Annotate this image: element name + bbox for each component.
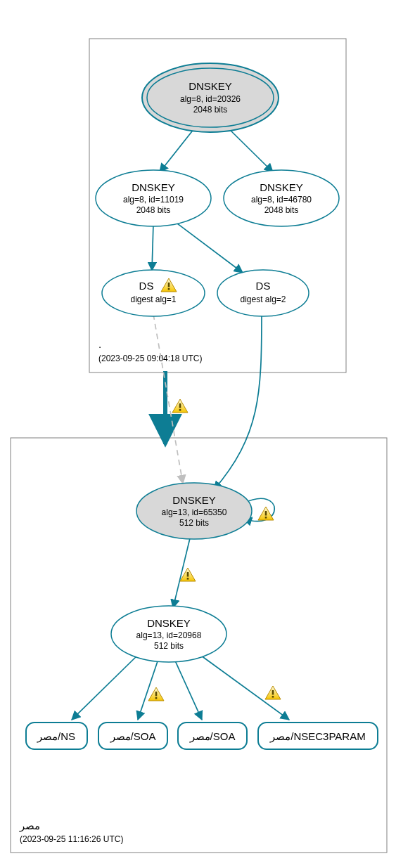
node-ds2-title: DS [256,280,271,292]
node-root-zsk2: DNSKEY alg=8, id=46780 2048 bits [224,170,339,226]
edge-root-ksk-zsk1 [160,125,197,172]
node-rrset-soa1: مصر/SOA [98,723,167,749]
edge-zsk-soa2 [174,659,202,720]
node-ds2-line2: digest alg=2 [240,294,286,304]
node-root-zsk2-title: DNSKEY [260,181,303,193]
node-ds1-title: DS [139,280,154,292]
node-child-ksk-line3: 512 bits [179,518,209,528]
node-ds1: DS digest alg=1 [102,270,205,316]
zone-root-timestamp: (2023-09-25 09:04:18 UTC) [98,354,202,363]
edge-zsk1-ds1 [152,224,153,271]
warning-icon [265,686,281,699]
node-root-zsk2-line2: alg=8, id=46780 [251,195,312,205]
node-child-zsk-line3: 512 bits [154,641,184,651]
node-root-ksk-line2: alg=8, id=20326 [180,94,241,104]
svg-point-7 [217,270,309,316]
edge-ds1-childksk [153,314,183,484]
node-child-ksk-line2: alg=13, id=65350 [162,507,227,517]
node-rrset-soa2: مصر/SOA [178,723,247,749]
node-child-ksk-title: DNSKEY [172,494,216,506]
node-child-zsk-title: DNSKEY [147,617,191,629]
node-child-zsk: DNSKEY alg=13, id=20968 512 bits [111,606,226,662]
edge-ds2-childksk [214,314,262,490]
warning-icon [258,507,274,520]
rrset-soa2-label: مصر/SOA [189,730,236,743]
zone-child-timestamp: (2023-09-25 11:16:26 UTC) [20,834,123,844]
node-child-zsk-line2: alg=13, id=20968 [136,630,202,640]
node-child-ksk: DNSKEY alg=13, id=65350 512 bits [136,483,252,539]
node-root-zsk1-line2: alg=8, id=11019 [123,195,184,205]
warning-icon [148,687,164,701]
node-root-zsk1-title: DNSKEY [132,181,175,193]
node-root-ksk-title: DNSKEY [189,80,232,92]
rrset-nsec3-label: مصر/NSEC3PARAM [269,730,365,743]
node-root-ksk: DNSKEY alg=8, id=20326 2048 bits [142,63,279,132]
node-root-zsk2-line3: 2048 bits [264,205,299,215]
node-root-ksk-line3: 2048 bits [193,105,228,115]
node-ds2: DS digest alg=2 [217,270,309,316]
warning-icon [172,399,188,413]
node-root-zsk1: DNSKEY alg=8, id=11019 2048 bits [96,170,211,226]
zone-child-name: مصر [19,820,40,832]
edge-zsk1-ds2 [177,224,243,273]
dnssec-graph: . (2023-09-25 09:04:18 UTC) مصر (2023-09… [0,0,396,868]
edge-root-ksk-zsk2 [225,125,273,172]
edge-zsk-nsec3 [198,654,289,720]
rrset-soa1-label: مصر/SOA [110,730,156,743]
zone-root-name: . [98,338,101,350]
node-root-zsk1-line3: 2048 bits [136,205,171,215]
node-rrset-nsec3: مصر/NSEC3PARAM [258,723,378,749]
node-ds1-line2: digest alg=1 [130,294,176,304]
node-rrset-ns: مصر/NS [26,723,87,749]
rrset-ns-label: مصر/NS [37,730,75,743]
edge-zsk-ns [72,652,141,720]
svg-point-6 [102,270,205,316]
